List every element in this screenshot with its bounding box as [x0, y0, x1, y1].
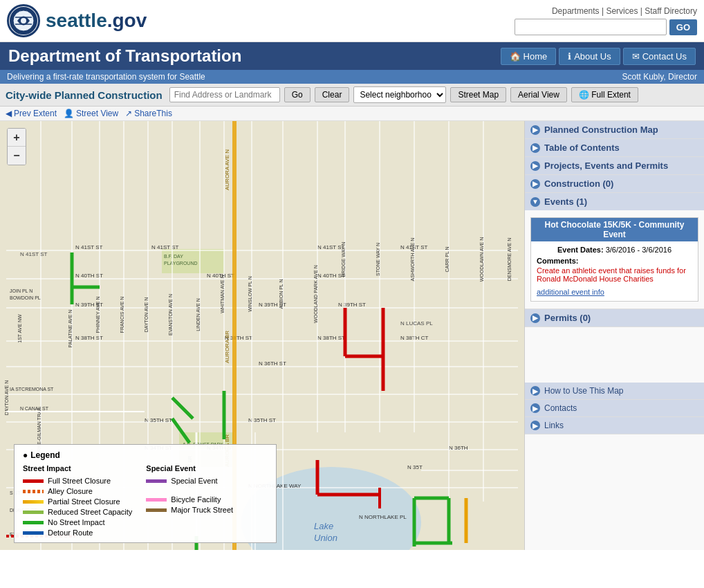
svg-text:PALATINE AVE N: PALATINE AVE N: [68, 310, 73, 348]
sidebar-table-of-contents: ▶ Table of Contents: [525, 139, 704, 157]
how-to-use-link[interactable]: ▶ How to Use This Map: [525, 383, 704, 400]
departments-link[interactable]: Departments: [552, 6, 600, 16]
svg-text:N 41ST ST: N 41ST ST: [20, 251, 48, 257]
planned-construction-header[interactable]: ▶ Planned Construction Map: [525, 121, 704, 138]
address-search-input[interactable]: [169, 87, 280, 102]
svg-text:N 39TH ST: N 39TH ST: [338, 302, 366, 308]
about-us-button[interactable]: ℹ About Us: [559, 48, 620, 65]
zoom-controls: + −: [7, 128, 26, 165]
svg-text:N 35TH ST: N 35TH ST: [145, 417, 172, 423]
aerial-view-button[interactable]: Aerial View: [510, 87, 567, 102]
map-area[interactable]: Lake Union GAS WORKS PARK HARBOR PATROL …: [0, 121, 524, 550]
zoom-out-button[interactable]: −: [8, 147, 26, 165]
home-icon: 🏠: [510, 51, 521, 62]
special-event-label: Special Event: [146, 464, 233, 472]
logo-area: seattle.gov: [7, 4, 147, 37]
staff-directory-link[interactable]: Staff Directory: [645, 6, 697, 16]
expand-icon-construction: ▶: [530, 179, 540, 189]
home-button[interactable]: 🏠 Home: [501, 48, 557, 65]
seattle-logo-icon: [7, 4, 40, 37]
svg-text:N LUCAS PL: N LUCAS PL: [400, 320, 433, 327]
global-search-input[interactable]: [515, 19, 667, 35]
special-event-icon: [146, 479, 167, 483]
svg-text:FRANCIS AVE N: FRANCIS AVE N: [120, 297, 124, 333]
globe-icon: 🌐: [579, 90, 589, 100]
clear-button[interactable]: Clear: [315, 87, 350, 102]
sub-header-left: Delivering a first-rate transportation s…: [7, 72, 205, 82]
reduced-capacity-icon: [23, 511, 44, 514]
svg-text:AURORA BR: AURORA BR: [224, 331, 230, 363]
envelope-icon: ✉: [632, 51, 640, 62]
full-closure-icon: [23, 479, 44, 483]
sidebar-projects-events: ▶ Projects, Events and Permits: [525, 157, 704, 175]
zoom-in-button[interactable]: +: [8, 129, 26, 147]
contact-us-button[interactable]: ✉ Contact Us: [623, 48, 696, 65]
svg-text:DAYTON AVE N: DAYTON AVE N: [4, 380, 9, 416]
go-button[interactable]: Go: [284, 87, 311, 102]
contacts-link[interactable]: ▶ Contacts: [525, 400, 704, 417]
top-right-area: Departments | Services | Staff Directory…: [515, 6, 697, 35]
main-content: Lake Union GAS WORKS PARK HARBOR PATROL …: [0, 121, 704, 550]
table-of-contents-header[interactable]: ▶ Table of Contents: [525, 139, 704, 156]
services-link[interactable]: Services: [606, 6, 638, 16]
svg-text:CARR PL N: CARR PL N: [445, 246, 450, 272]
prev-icon: ◀: [6, 109, 12, 118]
street-impact-label: Street Impact: [23, 464, 132, 472]
map-legend: ● Legend Street Impact Full Street Closu…: [14, 444, 277, 543]
street-view-button[interactable]: 👤 Street View: [64, 109, 118, 118]
event-comments: Comments: Create an athletic event that …: [537, 257, 692, 283]
svg-text:B.F. DAY: B.F. DAY: [164, 254, 183, 259]
legend-full-closure: Full Street Closure: [23, 477, 132, 485]
map-toolbar: City-wide Planned Construction Go Clear …: [0, 84, 704, 107]
expand-icon-contacts: ▶: [530, 403, 540, 413]
sidebar-events: ▼ Events (1) Hot Chocolate 15K/5K - Comm…: [525, 193, 704, 309]
svg-text:N NORTHLAKE PL: N NORTHLAKE PL: [359, 514, 407, 520]
svg-point-2: [21, 18, 26, 24]
additional-event-info-link[interactable]: additional event info: [537, 288, 604, 296]
construction-header[interactable]: ▶ Construction (0): [525, 175, 704, 192]
svg-text:DAYTON AVE N: DAYTON AVE N: [144, 297, 149, 333]
sidebar-planned-construction: ▶ Planned Construction Map: [525, 121, 704, 139]
svg-text:IA STCREMONA ST: IA STCREMONA ST: [10, 387, 54, 392]
svg-text:DENSMORE AVE N: DENSMORE AVE N: [507, 238, 512, 282]
sidebar-construction: ▶ Construction (0): [525, 175, 704, 193]
top-bar: seattle.gov Departments | Services | Sta…: [0, 0, 704, 42]
events-content: Hot Chocolate 15K/5K - Community Event E…: [525, 210, 704, 309]
expand-icon-toc: ▶: [530, 143, 540, 153]
svg-text:LINDEN AVE N: LINDEN AVE N: [196, 298, 201, 331]
svg-text:Union: Union: [314, 533, 337, 543]
global-search-bar: GO: [515, 19, 697, 35]
site-logo-text[interactable]: seattle.gov: [46, 10, 147, 32]
expand-icon-links: ▶: [530, 421, 540, 430]
legend-expand-icon[interactable]: ●: [23, 450, 28, 460]
legend-truck: Major Truck Street: [146, 506, 233, 514]
share-this-button[interactable]: ↗ ShareThis: [125, 109, 172, 118]
event-dates: Event Dates: 3/6/2016 - 3/6/2016: [537, 246, 692, 254]
permits-header[interactable]: ▶ Permits (0): [525, 309, 704, 327]
svg-text:N 35T: N 35T: [407, 464, 423, 470]
prev-extent-button[interactable]: ◀ Prev Extent: [6, 109, 57, 118]
alley-closure-icon: [23, 490, 44, 493]
events-header[interactable]: ▼ Events (1): [525, 193, 704, 210]
legend-special: Special Event Special Event Bicycle Faci…: [146, 464, 233, 537]
projects-events-header[interactable]: ▶ Projects, Events and Permits: [525, 157, 704, 174]
expand-icon-how: ▶: [530, 386, 540, 396]
links-link[interactable]: ▶ Links: [525, 417, 704, 434]
svg-text:JOIN PL N: JOIN PL N: [10, 288, 33, 293]
full-extent-button[interactable]: 🌐 Full Extent: [571, 87, 638, 102]
map-nav-bar: ◀ Prev Extent 👤 Street View ↗ ShareThis: [0, 107, 704, 121]
svg-text:N CANAL ST: N CANAL ST: [20, 406, 49, 411]
department-nav: 🏠 Home ℹ About Us ✉ Contact Us: [501, 48, 696, 65]
neighborhood-select[interactable]: Select neighborhoo: [353, 86, 446, 103]
sub-header-right: Scott Kubly, Director: [622, 72, 697, 82]
svg-text:WOODLAWN AVE N: WOODLAWN AVE N: [479, 237, 484, 282]
street-map-button[interactable]: Street Map: [450, 87, 506, 102]
svg-text:EVANSTON AVE N: EVANSTON AVE N: [168, 294, 173, 336]
info-icon: ℹ: [568, 51, 571, 62]
svg-text:N 41ST ST: N 41ST ST: [151, 244, 179, 250]
street-view-icon: 👤: [64, 109, 74, 118]
global-search-button[interactable]: GO: [669, 19, 697, 35]
svg-text:BRIDGE WAY N: BRIDGE WAY N: [341, 242, 346, 277]
svg-text:ALBION PL N: ALBION PL N: [279, 279, 284, 309]
svg-text:N 36TH ST: N 36TH ST: [259, 360, 286, 367]
